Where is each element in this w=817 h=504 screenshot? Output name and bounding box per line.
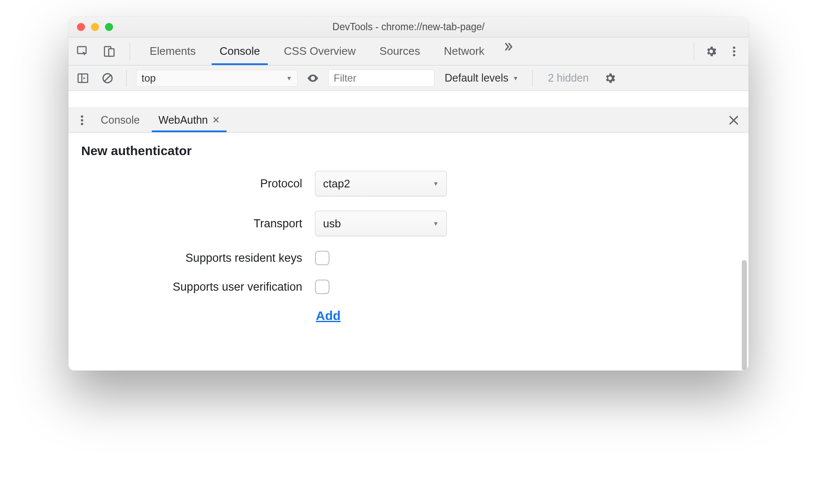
- clear-console-icon[interactable]: [98, 69, 117, 88]
- separator: [694, 43, 694, 60]
- more-tabs-icon[interactable]: [496, 37, 520, 56]
- settings-gear-icon[interactable]: [702, 42, 721, 61]
- log-levels-select[interactable]: Default levels ▼: [440, 72, 523, 84]
- drawer-tab-webauthn[interactable]: WebAuthn ✕: [149, 108, 229, 132]
- console-output-area[interactable]: [68, 91, 749, 108]
- protocol-value: ctap2: [323, 177, 350, 190]
- tab-elements[interactable]: Elements: [138, 37, 207, 65]
- drawer-kebab-icon[interactable]: [73, 111, 91, 130]
- kebab-menu-icon[interactable]: [725, 42, 743, 61]
- separator: [130, 43, 130, 60]
- devtools-window: DevTools - chrome://new-tab-page/: [68, 17, 749, 371]
- svg-point-3: [733, 46, 735, 49]
- main-tabstrip: Elements Console CSS Overview Sources Ne…: [68, 37, 749, 65]
- resident-keys-checkbox[interactable]: [315, 251, 329, 265]
- drawer-tabstrip: Console WebAuthn ✕: [68, 108, 749, 133]
- vertical-scrollbar[interactable]: [742, 260, 747, 371]
- console-settings-gear-icon[interactable]: [601, 69, 619, 88]
- svg-point-11: [81, 119, 83, 122]
- svg-line-9: [105, 75, 111, 81]
- separator: [532, 70, 533, 87]
- close-tab-icon[interactable]: ✕: [212, 115, 220, 126]
- chevron-down-icon: ▼: [433, 180, 439, 187]
- svg-point-5: [733, 54, 735, 57]
- new-authenticator-form: Protocol ctap2 ▼ Transport usb ▼ Support…: [81, 171, 447, 323]
- webauthn-panel: New authenticator Protocol ctap2 ▼ Trans…: [68, 133, 749, 371]
- drawer-close-icon[interactable]: [723, 111, 744, 130]
- console-filter-input[interactable]: [328, 70, 434, 87]
- user-verification-label: Supports user verification: [81, 280, 302, 294]
- window-title: DevTools - chrome://new-tab-page/: [68, 21, 749, 33]
- add-button[interactable]: Add: [316, 309, 340, 323]
- execution-context-select[interactable]: top ▼: [136, 70, 298, 87]
- drawer-tab-console[interactable]: Console: [91, 108, 149, 132]
- tab-css-overview[interactable]: CSS Overview: [272, 37, 368, 65]
- titlebar: DevTools - chrome://new-tab-page/: [68, 17, 749, 37]
- console-filter-bar: top ▼ Default levels ▼ 2 hidden: [68, 65, 749, 91]
- device-toggle-icon[interactable]: [100, 42, 119, 61]
- protocol-select[interactable]: ctap2 ▼: [315, 171, 447, 196]
- separator: [126, 70, 127, 87]
- hidden-messages-count[interactable]: 2 hidden: [542, 72, 595, 84]
- execution-context-value: top: [142, 72, 156, 84]
- protocol-label: Protocol: [81, 177, 302, 190]
- chevron-down-icon: ▼: [286, 75, 292, 82]
- svg-rect-2: [109, 48, 114, 56]
- transport-select[interactable]: usb ▼: [315, 211, 447, 236]
- chevron-down-icon: ▼: [513, 75, 519, 82]
- window-minimize-button[interactable]: [91, 23, 99, 31]
- tab-console[interactable]: Console: [207, 37, 272, 65]
- transport-value: usb: [323, 217, 341, 230]
- main-tabs: Elements Console CSS Overview Sources Ne…: [138, 37, 686, 65]
- live-expression-eye-icon[interactable]: [304, 69, 322, 88]
- svg-rect-0: [78, 46, 86, 53]
- inspect-element-icon[interactable]: [74, 42, 92, 61]
- svg-rect-6: [78, 74, 88, 82]
- window-zoom-button[interactable]: [105, 23, 113, 31]
- svg-point-12: [81, 123, 83, 125]
- user-verification-checkbox[interactable]: [315, 280, 329, 294]
- tab-sources[interactable]: Sources: [368, 37, 432, 65]
- console-sidebar-toggle-icon[interactable]: [74, 69, 92, 88]
- transport-label: Transport: [81, 217, 302, 230]
- svg-point-4: [733, 50, 735, 53]
- tab-network[interactable]: Network: [432, 37, 496, 65]
- traffic-lights: [68, 23, 113, 31]
- drawer-tab-label: Console: [101, 114, 140, 126]
- resident-keys-label: Supports resident keys: [81, 252, 302, 265]
- panel-heading: New authenticator: [81, 144, 736, 158]
- chevron-down-icon: ▼: [433, 220, 439, 227]
- svg-point-10: [81, 115, 83, 118]
- log-levels-label: Default levels: [445, 72, 508, 84]
- drawer-tab-label: WebAuthn: [159, 114, 208, 126]
- window-close-button[interactable]: [77, 23, 85, 31]
